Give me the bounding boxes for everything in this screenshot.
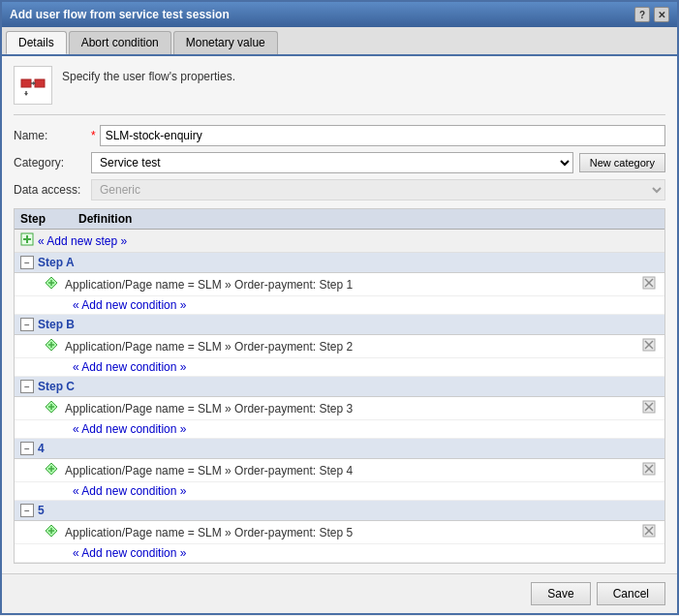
step-5-collapse[interactable]: − [20, 504, 34, 517]
step-c-label: Step C [38, 380, 75, 393]
step-4-condition-row: Application/Page name = SLM » Order-paym… [15, 459, 664, 482]
svg-marker-5 [24, 93, 28, 96]
step-4-label: 4 [38, 442, 45, 455]
step-a-condition-text: Application/Page name = SLM » Order-paym… [65, 278, 639, 292]
category-select[interactable]: Service test Other [91, 152, 573, 173]
name-row: Name: * [14, 125, 665, 146]
col-definition-header: Definition [78, 212, 659, 226]
step-4-condition-icon [44, 461, 59, 479]
step-a-header: − Step A [15, 253, 664, 273]
step-5-delete-icon[interactable] [639, 524, 659, 540]
data-access-select: Generic [91, 179, 665, 200]
step-b-condition-icon [44, 337, 59, 355]
step-a-condition-icon [44, 275, 59, 293]
header-section: Specify the user flow's properties. [14, 66, 665, 115]
step-5-condition-text: Application/Page name = SLM » Order-paym… [65, 526, 639, 539]
step-4-header: − 4 [15, 439, 664, 459]
step-c-condition-icon [44, 399, 59, 417]
step-c-add-condition-link[interactable]: « Add new condition » [73, 422, 186, 436]
add-step-link[interactable]: « Add new step » [38, 234, 127, 248]
step-b-add-condition-row[interactable]: « Add new condition » [15, 358, 664, 377]
user-flow-icon [19, 72, 46, 99]
step-b-label: Step B [38, 318, 75, 331]
title-bar-buttons: ? ✕ [634, 7, 669, 22]
step-4-add-condition-row[interactable]: « Add new condition » [15, 482, 664, 501]
step-a-collapse[interactable]: − [20, 256, 34, 269]
name-input[interactable] [100, 125, 665, 146]
step-5-label: 5 [38, 504, 45, 517]
category-row: Category: Service test Other New categor… [14, 152, 665, 173]
step-b-collapse[interactable]: − [20, 318, 34, 331]
flow-icon [14, 66, 52, 105]
step-5-add-condition-row[interactable]: « Add new condition » [15, 544, 664, 563]
step-c-collapse[interactable]: − [20, 380, 34, 393]
content-area: Specify the user flow's properties. Name… [2, 56, 677, 573]
step-4-condition-text: Application/Page name = SLM » Order-paym… [65, 464, 639, 477]
steps-table: Step Definition « Add new step » − Step … [14, 208, 665, 564]
step-5-condition-icon [44, 523, 59, 541]
new-category-button[interactable]: New category [579, 153, 665, 172]
tab-monetary-value[interactable]: Monetary value [173, 31, 278, 54]
dialog: Add user flow from service test session … [0, 0, 679, 615]
help-button[interactable]: ? [634, 7, 650, 22]
step-c-condition-row: Application/Page name = SLM » Order-paym… [15, 397, 664, 420]
step-a-condition-row: Application/Page name = SLM » Order-paym… [15, 273, 664, 296]
step-a-add-condition-link[interactable]: « Add new condition » [73, 298, 186, 312]
step-a-add-condition-row[interactable]: « Add new condition » [15, 296, 664, 315]
add-step-row[interactable]: « Add new step » [15, 230, 664, 253]
step-5-header: − 5 [15, 501, 664, 521]
step-4-add-condition-link[interactable]: « Add new condition » [73, 484, 186, 498]
step-b-delete-icon[interactable] [639, 338, 659, 354]
step-c-header: − Step C [15, 377, 664, 397]
step-4-delete-icon[interactable] [639, 462, 659, 478]
required-star: * [91, 129, 96, 142]
table-header: Step Definition [15, 209, 664, 230]
step-5-add-condition-link[interactable]: « Add new condition » [73, 546, 186, 560]
step-5-condition-row: Application/Page name = SLM » Order-paym… [15, 521, 664, 544]
step-b-condition-text: Application/Page name = SLM » Order-paym… [65, 340, 639, 354]
data-access-label: Data access: [14, 183, 91, 197]
add-step-icon [20, 232, 34, 249]
footer: Save Cancel [2, 573, 677, 613]
step-b-add-condition-link[interactable]: « Add new condition » [73, 360, 186, 374]
header-description: Specify the user flow's properties. [62, 66, 235, 83]
step-4-collapse[interactable]: − [20, 442, 34, 455]
name-label: Name: [14, 129, 91, 142]
tab-abort-condition[interactable]: Abort condition [69, 31, 171, 54]
step-a-label: Step A [38, 256, 75, 269]
category-label: Category: [14, 156, 91, 169]
step-b-condition-row: Application/Page name = SLM » Order-paym… [15, 335, 664, 358]
cancel-button[interactable]: Cancel [597, 582, 665, 605]
svg-rect-0 [21, 79, 31, 87]
step-b-header: − Step B [15, 315, 664, 335]
step-a-delete-icon[interactable] [639, 276, 659, 293]
save-button[interactable]: Save [531, 582, 590, 605]
col-step-header: Step [20, 212, 78, 226]
step-c-add-condition-row[interactable]: « Add new condition » [15, 420, 664, 439]
tabs: Details Abort condition Monetary value [2, 27, 677, 56]
step-c-condition-text: Application/Page name = SLM » Order-paym… [65, 402, 639, 416]
dialog-title: Add user flow from service test session [10, 8, 230, 21]
title-bar: Add user flow from service test session … [2, 2, 677, 27]
close-button[interactable]: ✕ [654, 7, 669, 22]
svg-rect-1 [35, 79, 45, 87]
data-access-row: Data access: Generic [14, 179, 665, 200]
step-c-delete-icon[interactable] [639, 400, 659, 416]
tab-details[interactable]: Details [6, 31, 67, 54]
category-select-wrap: Service test Other New category [91, 152, 665, 173]
